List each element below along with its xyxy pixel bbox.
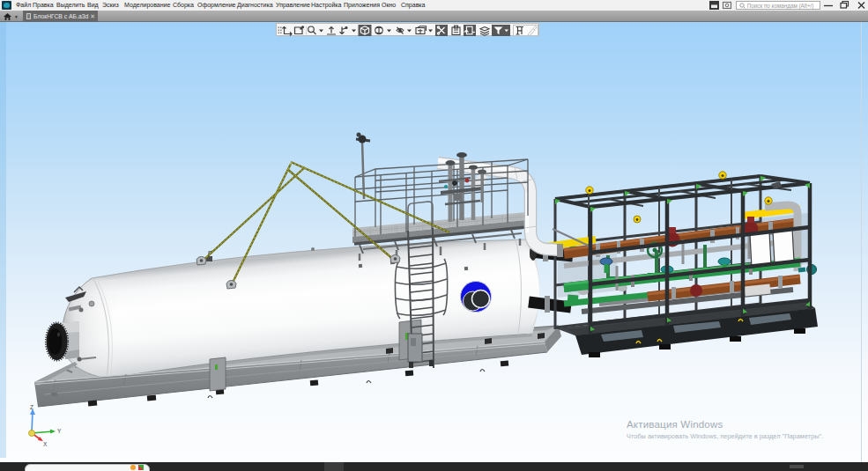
svg-text:Y: Y — [57, 428, 62, 434]
svg-text:X: X — [43, 441, 48, 447]
svg-text:Z: Z — [30, 404, 33, 410]
